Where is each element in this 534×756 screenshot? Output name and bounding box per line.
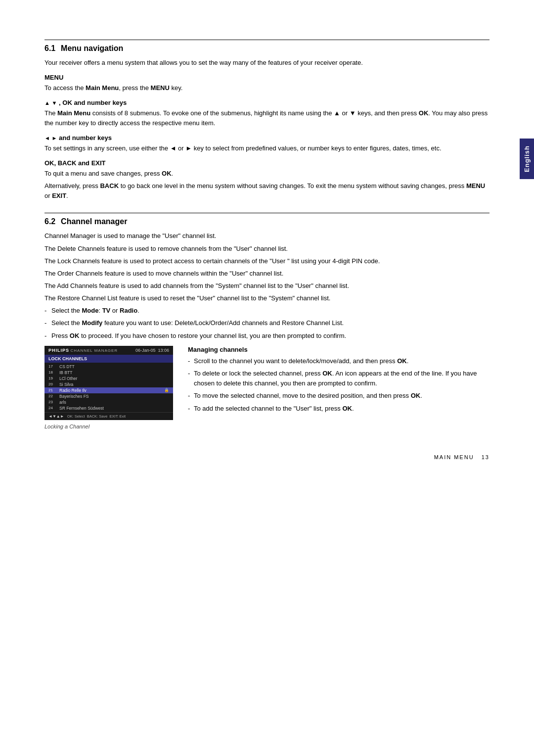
ok-back-exit-line2: Alternatively, press BACK to go back one… [44, 181, 490, 201]
managing-bullets: Scroll to the channel you want to delete… [188, 356, 490, 414]
channel-row: 20 Si Silva [44, 381, 173, 387]
right-arrow-icon: ► [52, 135, 57, 141]
channel-row: 17 CS DTT [44, 364, 173, 370]
managing-bullet-1: Scroll to the channel you want to delete… [188, 356, 490, 366]
leftright-body: To set settings in any screen, use eithe… [44, 143, 490, 153]
section-6-1-header: 6.1 Menu navigation [44, 40, 490, 53]
channel-row: 22 Bayerisches FS [44, 393, 173, 399]
ch-para6: The Restore Channel List feature is used… [44, 293, 490, 303]
ch-para5: The Add Channels feature is used to add … [44, 281, 490, 291]
step-2: Select the Modify feature you want to us… [44, 318, 490, 328]
footer-label: MAIN MENU [434, 454, 474, 460]
menu-subsection: MENU To access the Main Menu, press the … [44, 74, 490, 93]
updown-subsection: ▲ ▼ , OK and number keys The Main Menu c… [44, 99, 490, 128]
channel-manager-content: PHILIPS CHANNEL MANAGER 06-Jan-05 13:06 … [44, 346, 490, 433]
managing-bullet-2: To delete or lock the selected channel, … [188, 369, 490, 388]
ok-number-keys-label: , OK and number keys [59, 99, 127, 106]
down-arrow-icon: ▼ [52, 100, 57, 106]
section-6-2-number: 6.2 [44, 217, 55, 226]
lock-channels-label: LOCK CHANNELS [44, 355, 173, 363]
nav-icons: ◄▼▲► [48, 414, 64, 419]
section-6-1-number: 6.1 [44, 44, 55, 52]
leftright-subsection-title: ◄ ► and number keys [44, 134, 490, 142]
menu-body: To access the Main Menu, press the MENU … [44, 83, 490, 93]
channel-list: 17 CS DTT 18 IB BTT 19 LCl Other [44, 363, 173, 412]
step-3: Press OK to proceed. If you have chosen … [44, 331, 490, 341]
shortcuts-label: OK: Select BACK: Save EXIT: Exit [67, 414, 126, 419]
leftright-subsection: ◄ ► and number keys To set settings in a… [44, 134, 490, 153]
page-footer: MAIN MENU 13 [434, 454, 490, 460]
screen-datetime: 06-Jan-05 13:06 [135, 348, 169, 353]
screen-caption: Locking a Channel [44, 423, 173, 431]
menu-label: MENU [44, 74, 63, 81]
channel-row: 23 arls [44, 399, 173, 405]
ch-para1: Channel Manager is used to manage the "U… [44, 231, 490, 241]
channel-image-block: PHILIPS CHANNEL MANAGER 06-Jan-05 13:06 … [44, 346, 173, 433]
ch-para2: The Delete Channels feature is used to r… [44, 244, 490, 254]
channel-row-highlighted: 21 Radio Relle Ilv 🔒 [44, 387, 173, 393]
channel-bottom-bar: ◄▼▲► OK: Select BACK: Save EXIT: Exit [44, 412, 173, 420]
ok-back-exit-title: OK, BACK and EXIT [44, 159, 490, 167]
updown-body: The Main Menu consists of 8 submenus. To… [44, 108, 490, 128]
lr-number-keys-label: and number keys [59, 134, 112, 142]
channel-row: 19 LCl Other [44, 376, 173, 381]
philips-logo: PHILIPS [48, 348, 69, 353]
screen-header: PHILIPS CHANNEL MANAGER 06-Jan-05 13:06 [44, 346, 173, 355]
managing-title: Managing channels [188, 346, 490, 353]
ok-back-exit-line1: To quit a menu and save changes, press O… [44, 169, 490, 179]
channel-row: 24 SR Fernsehen Südwest [44, 405, 173, 411]
menu-subsection-title: MENU [44, 74, 490, 81]
ch-para3: The Lock Channels feature is used to pro… [44, 256, 490, 266]
updown-subsection-title: ▲ ▼ , OK and number keys [44, 99, 490, 106]
language-tab: English [520, 139, 534, 179]
section-6-1-intro: Your receiver offers a menu system that … [44, 58, 490, 68]
channel-row: 18 IB BTT [44, 370, 173, 376]
section-6-2-header: 6.2 Channel manager [44, 213, 490, 226]
section-6-1: 6.1 Menu navigation Your receiver offers… [44, 40, 490, 201]
page: English 6.1 Menu navigation Your receive… [0, 0, 534, 485]
language-label: English [523, 145, 531, 172]
managing-bullet-4: To add the selected channel to the "User… [188, 404, 490, 414]
step-1: Select the Mode: TV or Radio. [44, 306, 490, 316]
ok-back-exit-subsection: OK, BACK and EXIT To quit a menu and sav… [44, 159, 490, 201]
channel-manager-label: CHANNEL MANAGER [71, 348, 118, 353]
section-6-2: 6.2 Channel manager Channel Manager is u… [44, 213, 490, 433]
section-6-2-title: Channel manager [61, 217, 127, 226]
managing-block: Managing channels Scroll to the channel … [188, 346, 490, 417]
section-6-1-title: Menu navigation [61, 44, 123, 52]
screen-header-left: PHILIPS CHANNEL MANAGER [48, 348, 118, 353]
channel-screen: PHILIPS CHANNEL MANAGER 06-Jan-05 13:06 … [44, 346, 173, 420]
page-number: 13 [482, 454, 490, 460]
steps-list: Select the Mode: TV or Radio. Select the… [44, 306, 490, 340]
up-arrow-icon: ▲ [44, 100, 50, 106]
left-arrow-icon: ◄ [44, 135, 50, 141]
managing-bullet-3: To move the selected channel, move to th… [188, 391, 490, 401]
ch-para4: The Order Channels feature is used to mo… [44, 269, 490, 279]
